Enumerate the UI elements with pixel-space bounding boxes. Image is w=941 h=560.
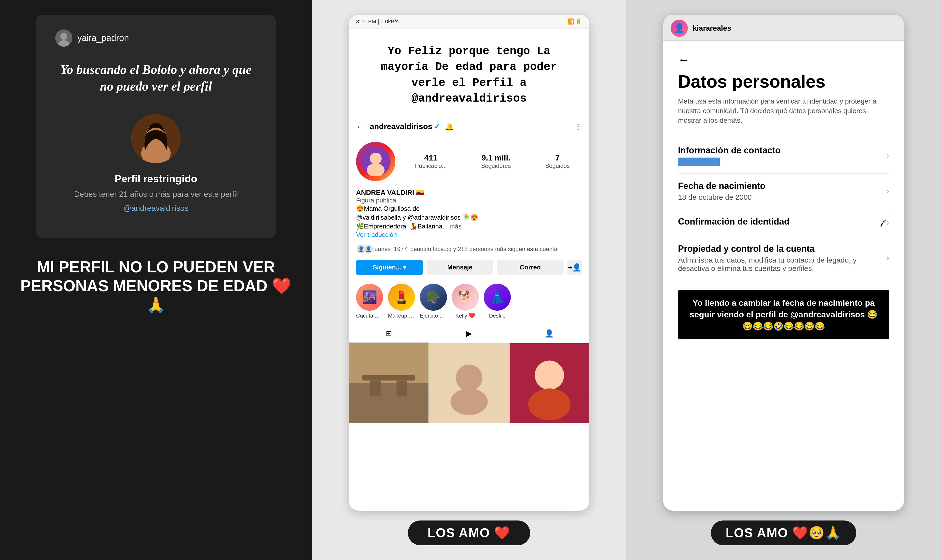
propiedad-title: Propiedad y control de la cuenta (678, 244, 858, 254)
svg-point-7 (370, 152, 382, 165)
status-time: 3:15 PM | 0.0kB/s (356, 18, 398, 25)
highlight-desfile[interactable]: 👗 Desfile (484, 284, 511, 319)
ig-more-icon[interactable]: ⋮ (574, 122, 582, 131)
svg-point-1 (60, 33, 67, 40)
avatar-left (55, 29, 73, 47)
ver-traduccion[interactable]: Ver traducción (356, 231, 582, 238)
right-content: ← Datos personales Meta usa esta informa… (663, 41, 904, 511)
chevron-identidad: › (886, 217, 889, 228)
seccion-identidad[interactable]: Confirmación de identidad 𝒻 › (678, 209, 889, 236)
facebook-icon: 𝒻 (881, 218, 884, 227)
highlight-label-ejercito: Ejercito 🇨🇴20... (420, 312, 447, 319)
stat-following-label: Seguidos (545, 163, 570, 169)
los-amo-text-right: LOS AMO ❤️🥺🙏 (726, 525, 842, 540)
right-panel: 👤 kiarareales ← Datos personales Meta us… (626, 0, 941, 560)
highlight-makeup[interactable]: 💄 Makeup sin b... (388, 284, 415, 319)
stat-followers-num: 9.1 mill. (481, 153, 511, 163)
los-amo-pill-right: LOS AMO ❤️🥺🙏 (711, 520, 856, 545)
highlight-circle-ejercito: 🪖 (420, 284, 447, 311)
ig-tabs: ⊞ ▶ 👤 (349, 324, 589, 343)
svg-point-15 (456, 365, 482, 391)
username-left: yaira_padron (77, 33, 129, 43)
highlight-circle-kelly: 🐕 (452, 284, 479, 311)
bottom-text-left: MI PERFIL NO LO PUEDEN VER PERSONAS MENO… (20, 258, 292, 314)
divider-left (55, 218, 257, 218)
ig-bio-name: ANDREA VALDIRI 🇨🇴 (356, 188, 582, 197)
status-icons: 📶 🔋 (567, 18, 582, 25)
ig-photo-grid (349, 343, 589, 423)
tab-tagged[interactable]: 👤 (509, 324, 589, 343)
highlight-circle-cucuta: 🌆 (356, 284, 383, 311)
ig-stats: 411 Publicacio... 9.1 mill. Seguidores 7… (403, 153, 582, 169)
ig-profile-avatar (356, 142, 395, 181)
story-card-left: yaira_padron Yo buscando el Bololo y aho… (35, 15, 276, 238)
story-text-left: Yo buscando el Bololo y ahora y que no p… (55, 62, 257, 94)
verified-icon: ✓ (434, 123, 440, 131)
middle-panel: 3:15 PM | 0.0kB/s 📶 🔋 Yo Feliz porque te… (312, 0, 626, 560)
right-username: kiarareales (693, 24, 731, 32)
ig-mutual: 👤 👤 juanes_1977, beautifulface.cg y 218 … (349, 242, 589, 256)
restricted-title: Perfil restringido (115, 173, 197, 185)
stat-followers-label: Seguidores (481, 163, 511, 169)
fecha-value: 18 de octubre de 2000 (678, 193, 765, 202)
ig-bio: ANDREA VALDIRI 🇨🇴 Figura pública 😍Mamá O… (349, 186, 589, 242)
left-panel: yaira_padron Yo buscando el Bololo y aho… (0, 0, 312, 560)
datos-desc: Meta usa esta información para verificar… (678, 97, 889, 125)
los-amo-pill-middle: LOS AMO ❤️ (408, 520, 530, 545)
chevron-propiedad: › (886, 253, 889, 263)
ig-highlights: 🌆 Cucuta ❤️2023 💄 Makeup sin b... 🪖 Ejer… (349, 279, 589, 324)
highlight-label-desfile: Desfile (489, 312, 505, 319)
status-bar-middle: 3:15 PM | 0.0kB/s 📶 🔋 (349, 15, 589, 29)
ig-bell-icon[interactable]: 🔔 (445, 122, 454, 131)
contacto-value: joi...@...ssto (678, 157, 781, 166)
ig-header: ← andreavaldirisos ✓ 🔔 ⋮ (349, 117, 589, 137)
grid-item-2[interactable] (429, 343, 509, 423)
highlight-kelly[interactable]: 🐕 Kelly ❤️ (452, 284, 479, 319)
phone-mockup-middle: 3:15 PM | 0.0kB/s 📶 🔋 Yo Feliz porque te… (349, 15, 589, 511)
highlight-cucuta[interactable]: 🌆 Cucuta ❤️2023 (356, 284, 383, 319)
ig-bio-more[interactable]: más (450, 223, 462, 230)
email-button[interactable]: Correo (497, 260, 563, 275)
chevron-fecha: › (886, 186, 889, 196)
contacto-title: Información de contacto (678, 145, 781, 155)
svg-rect-12 (370, 380, 381, 396)
right-phone-top: 👤 kiarareales (663, 15, 904, 41)
seccion-contacto[interactable]: Información de contacto joi...@...ssto › (678, 138, 889, 173)
svg-point-18 (535, 360, 564, 390)
message-button[interactable]: Mensaje (427, 260, 493, 275)
tab-grid[interactable]: ⊞ (349, 324, 429, 343)
propiedad-value: Administra tus datos, modifica tu contac… (678, 256, 858, 272)
highlight-ejercito[interactable]: 🪖 Ejercito 🇨🇴20... (420, 284, 447, 319)
tab-reels[interactable]: ▶ (429, 324, 509, 343)
mutual-av-2: 👤 (363, 244, 373, 254)
seccion-propiedad[interactable]: Propiedad y control de la cuenta Adminis… (678, 236, 889, 280)
ig-action-buttons: Siguien... ▾ Mensaje Correo +👤 (349, 256, 589, 279)
datos-title: Datos personales (678, 71, 889, 92)
highlight-label-makeup: Makeup sin b... (388, 312, 415, 319)
svg-rect-11 (362, 375, 415, 381)
ig-bio-title: Figura pública (356, 197, 582, 204)
phone-mockup-right: 👤 kiarareales ← Datos personales Meta us… (663, 15, 904, 511)
svg-rect-13 (396, 380, 407, 396)
fecha-title: Fecha de nacimiento (678, 181, 765, 191)
identidad-title: Confirmación de identidad (678, 217, 790, 227)
right-profile-avatar: 👤 (671, 20, 688, 37)
follow-button[interactable]: Siguien... ▾ (356, 260, 423, 275)
grid-item-3[interactable] (509, 343, 589, 423)
stat-following-num: 7 (545, 153, 570, 163)
ig-bio-text: 😍Mamá Orgullosa de @valdiriisabella y @a… (356, 204, 582, 231)
ig-stat-following: 7 Seguidos (545, 153, 570, 169)
ig-stat-followers: 9.1 mill. Seguidores (481, 153, 511, 169)
story-text-middle: Yo Feliz porque tengo La mayoría De edad… (349, 29, 589, 117)
seccion-fecha[interactable]: Fecha de nacimiento 18 de octubre de 200… (678, 173, 889, 209)
highlight-circle-makeup: 💄 (388, 284, 415, 311)
right-back-arrow[interactable]: ← (678, 53, 889, 66)
ig-mutual-avatars: 👤 👤 (356, 244, 371, 254)
avatar-large-left (131, 114, 180, 163)
user-header-left: yaira_padron (55, 29, 257, 47)
ig-back-arrow[interactable]: ← (356, 122, 365, 132)
add-button[interactable]: +👤 (567, 260, 582, 275)
stat-posts-num: 411 (415, 153, 447, 163)
grid-item-1[interactable] (349, 343, 429, 423)
chevron-contacto: › (886, 151, 889, 161)
